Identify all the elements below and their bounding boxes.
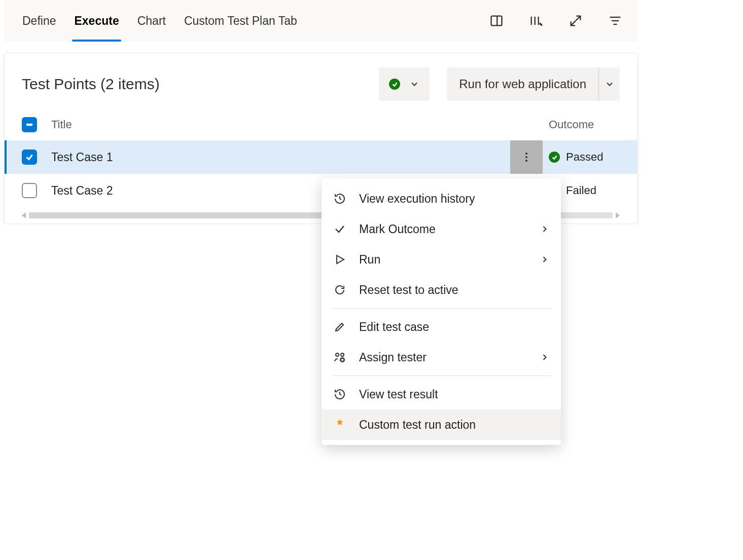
row-more-actions-button[interactable]	[510, 140, 543, 174]
panel-title: Test Points (2 items)	[22, 76, 160, 93]
menu-label: View execution history	[359, 192, 550, 206]
svg-point-11	[525, 153, 527, 155]
svg-line-5	[576, 16, 580, 21]
run-dropdown-button[interactable]	[598, 67, 620, 101]
outcome-dropdown-button[interactable]	[379, 67, 430, 101]
passed-icon	[389, 79, 400, 90]
chevron-down-icon	[409, 79, 419, 89]
row-checkbox[interactable]	[22, 150, 37, 165]
check-icon	[333, 222, 347, 224]
tab-custom[interactable]: Custom Test Plan Tab	[175, 0, 306, 42]
more-vertical-icon	[520, 151, 533, 163]
columns-icon[interactable]	[528, 13, 544, 29]
history-icon	[333, 192, 347, 206]
row-title: Test Case 1	[51, 151, 510, 164]
toggle-panel-icon[interactable]	[488, 13, 505, 29]
filter-icon[interactable]	[607, 13, 623, 29]
menu-label: Mark Outcome	[359, 222, 527, 225]
row-outcome-label: Failed	[566, 184, 596, 197]
menu-view-history[interactable]: View execution history	[322, 183, 561, 214]
row-outcome-label: Passed	[566, 151, 603, 164]
row-checkbox[interactable]	[22, 183, 37, 198]
svg-rect-10	[26, 124, 32, 125]
select-all-checkbox[interactable]	[22, 117, 37, 132]
svg-line-6	[571, 21, 576, 25]
menu-mark-outcome[interactable]: Mark Outcome	[322, 214, 561, 224]
tab-define[interactable]: Define	[13, 0, 65, 42]
svg-point-12	[525, 156, 527, 158]
column-header-outcome[interactable]: Outcome	[549, 118, 620, 131]
tab-chart[interactable]: Chart	[128, 0, 175, 42]
column-header-title[interactable]: Title	[51, 118, 549, 131]
row-context-menu: View execution history Mark Outcome Run	[322, 178, 561, 224]
fullscreen-icon[interactable]	[568, 13, 584, 29]
run-button[interactable]: Run for web application	[447, 67, 598, 101]
tab-execute[interactable]: Execute	[65, 0, 128, 42]
svg-point-13	[525, 160, 527, 162]
tab-bar: Define Execute Chart Custom Test Plan Ta…	[4, 0, 638, 42]
passed-icon	[549, 152, 560, 163]
chevron-down-icon	[605, 79, 615, 89]
table-row[interactable]: Test Case 1 Passed	[5, 140, 637, 174]
